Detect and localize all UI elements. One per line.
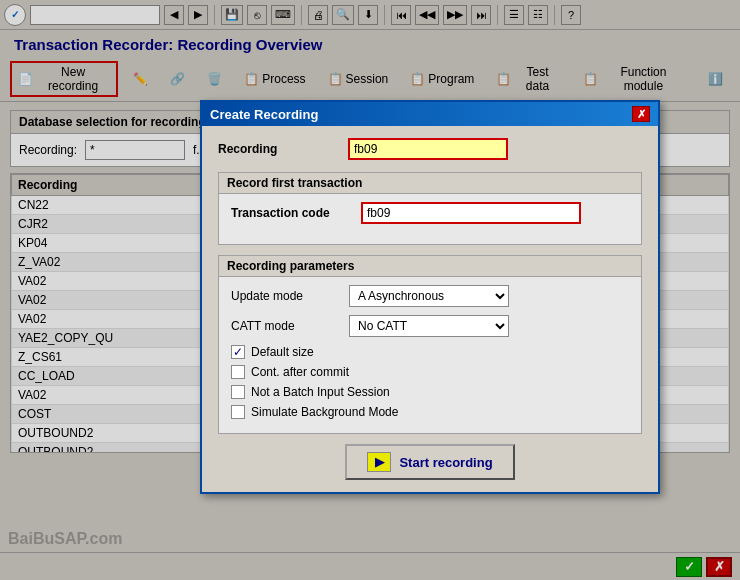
catt-mode-select[interactable]: No CATT CATT active <box>349 315 509 337</box>
start-recording-label: Start recording <box>399 455 492 470</box>
dialog-body: Recording Record first transaction Trans… <box>202 126 658 492</box>
recording-params-section: Recording parameters Update mode A Async… <box>218 255 642 434</box>
transaction-code-row: Transaction code <box>231 202 629 224</box>
simulate-bg-checkbox[interactable] <box>231 405 245 419</box>
simulate-bg-label: Simulate Background Mode <box>251 405 398 419</box>
default-size-checkbox[interactable]: ✓ <box>231 345 245 359</box>
not-batch-checkbox[interactable] <box>231 385 245 399</box>
start-recording-button[interactable]: ▶ Start recording <box>345 444 514 480</box>
transaction-code-input[interactable] <box>361 202 581 224</box>
dialog-titlebar: Create Recording ✗ <box>202 102 658 126</box>
recording-name-input[interactable] <box>348 138 508 160</box>
update-mode-row: Update mode A Asynchronous S Synchronous… <box>231 285 629 307</box>
not-batch-label: Not a Batch Input Session <box>251 385 390 399</box>
record-first-body: Transaction code <box>219 194 641 244</box>
record-first-title: Record first transaction <box>219 173 641 194</box>
recording-field-label: Recording <box>218 142 338 156</box>
update-mode-label: Update mode <box>231 289 341 303</box>
recording-params-title: Recording parameters <box>219 256 641 277</box>
simulate-bg-row: Simulate Background Mode <box>231 405 629 419</box>
not-batch-row: Not a Batch Input Session <box>231 385 629 399</box>
cont-after-commit-row: Cont. after commit <box>231 365 629 379</box>
create-recording-dialog: Create Recording ✗ Recording Record firs… <box>200 100 660 494</box>
default-size-row: ✓ Default size <box>231 345 629 359</box>
start-recording-icon: ▶ <box>367 452 391 472</box>
start-recording-area: ▶ Start recording <box>218 444 642 480</box>
catt-mode-row: CATT mode No CATT CATT active <box>231 315 629 337</box>
catt-mode-label: CATT mode <box>231 319 341 333</box>
dialog-close-button[interactable]: ✗ <box>632 106 650 122</box>
recording-field-row: Recording <box>218 138 642 160</box>
dialog-title: Create Recording <box>210 107 318 122</box>
record-first-section: Record first transaction Transaction cod… <box>218 172 642 245</box>
transaction-code-label: Transaction code <box>231 206 351 220</box>
default-size-label: Default size <box>251 345 314 359</box>
cont-after-commit-checkbox[interactable] <box>231 365 245 379</box>
update-mode-select[interactable]: A Asynchronous S Synchronous L Local <box>349 285 509 307</box>
cont-after-commit-label: Cont. after commit <box>251 365 349 379</box>
recording-params-body: Update mode A Asynchronous S Synchronous… <box>219 277 641 433</box>
